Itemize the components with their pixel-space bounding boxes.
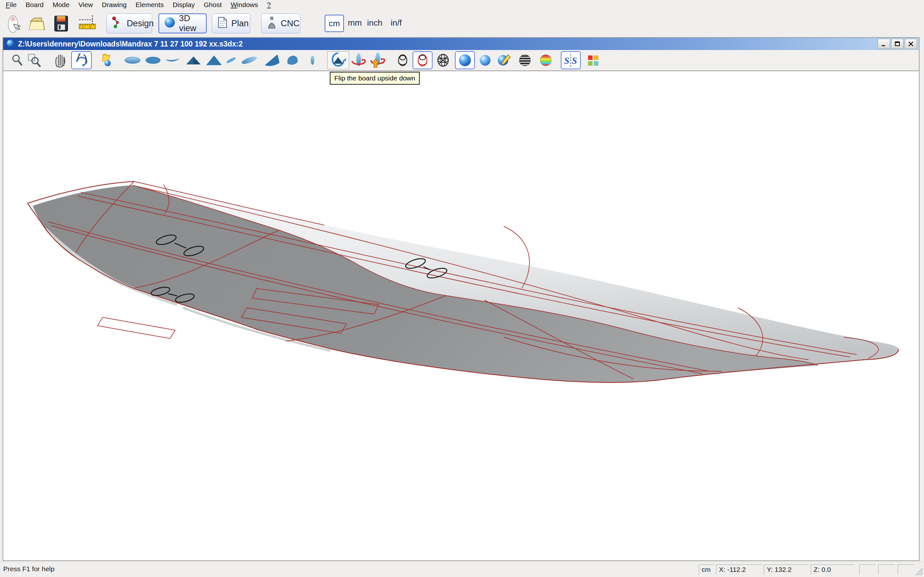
status-empty-panel-2 (878, 564, 895, 575)
menu-ghost[interactable]: Ghost (199, 0, 226, 10)
zebra-stripes-icon[interactable] (517, 51, 533, 69)
view-end-icon[interactable] (307, 51, 318, 69)
design-label: Design (127, 19, 153, 29)
wireframe-mesh-icon[interactable] (435, 51, 452, 69)
design-mode-button[interactable]: Design (107, 13, 152, 33)
rotate-3d-icon[interactable] (71, 51, 92, 69)
pan-hand-icon[interactable] (52, 51, 69, 69)
resize-grip[interactable] (914, 566, 923, 576)
new-board-icon[interactable] (4, 13, 24, 34)
menu-mode[interactable]: Mode (48, 0, 74, 10)
document-titlebar[interactable]: Z:\Users\dennery\Downloads\Mandrax 7 11 … (3, 38, 919, 50)
menu-elements[interactable]: Elements (131, 0, 168, 10)
flip-upside-down-icon[interactable] (327, 51, 349, 69)
view-front-icon[interactable] (204, 51, 224, 69)
zoom-window-icon[interactable] (26, 51, 42, 69)
render-with-curves-icon[interactable] (495, 51, 512, 69)
render-shaded-icon[interactable] (455, 51, 475, 69)
cnc-mode-button[interactable]: CNC (261, 13, 300, 33)
tooltip: Flip the board upside down (330, 72, 420, 85)
surfboard-3d-render (3, 71, 919, 560)
plan-mode-button[interactable]: Plan (212, 13, 250, 33)
view-three-quarter-1-icon[interactable] (225, 51, 237, 69)
curvature-map-icon[interactable] (538, 51, 554, 69)
view-side-icon[interactable] (163, 51, 182, 69)
wireframe-rings-icon[interactable] (395, 51, 410, 69)
minimize-button[interactable] (878, 39, 890, 49)
menu-bar: File Board Mode View Drawing Elements Di… (0, 0, 924, 10)
menu-windows[interactable]: Windows (226, 0, 262, 10)
design-curves-red-icon[interactable] (413, 51, 433, 69)
menu-board[interactable]: Board (21, 0, 48, 10)
status-unit: cm (699, 564, 714, 575)
light-icon[interactable] (98, 51, 115, 69)
status-empty-panel-1 (859, 564, 876, 575)
viewport-3d[interactable] (3, 71, 919, 560)
status-x-coordinate: X: -112.2 (716, 564, 762, 575)
menu-view[interactable]: View (74, 0, 97, 10)
status-empty-panel-3 (898, 564, 914, 575)
close-icon[interactable] (905, 39, 917, 49)
svg-text:1: 1 (82, 26, 84, 29)
zoom-icon[interactable] (10, 51, 24, 69)
svg-text:0: 0 (89, 26, 91, 29)
cnc-tool-icon (265, 16, 278, 31)
menu-drawing[interactable]: Drawing (97, 0, 131, 10)
view-toolbar: S S (3, 50, 919, 71)
measurements-icon[interactable]: 1 0 (77, 13, 97, 34)
status-help-text: Press F1 for help (3, 565, 55, 573)
menu-help[interactable]: ? (262, 0, 275, 10)
document-icon (6, 39, 15, 49)
sphere-3d-icon (163, 16, 176, 31)
svg-text:S: S (572, 55, 577, 66)
menu-display[interactable]: Display (168, 0, 199, 10)
save-icon[interactable] (51, 13, 71, 34)
unit-inch-button[interactable]: inch (366, 15, 384, 32)
view-top-icon[interactable] (144, 51, 162, 69)
unit-mm-button[interactable]: mm (347, 15, 363, 32)
status-z-coordinate: Z: 0.0 (811, 564, 855, 575)
status-y-coordinate: Y: 132.2 (764, 564, 809, 575)
maximize-button[interactable] (891, 39, 903, 49)
design-icon (111, 16, 124, 31)
svg-text:S: S (564, 55, 569, 66)
plan-label: Plan (231, 19, 249, 29)
status-bar: Press F1 for help cm X: -112.2 Y: 132.2 … (0, 562, 924, 577)
unit-cm-button[interactable]: cm (325, 15, 344, 32)
unit-inf-button[interactable]: in/f (388, 15, 405, 32)
view-perspective-icon[interactable] (284, 51, 301, 69)
rotate-yaw-icon[interactable] (350, 51, 368, 69)
document-title: Z:\Users\dennery\Downloads\Mandrax 7 11 … (18, 40, 243, 48)
view-angle-icon[interactable] (262, 51, 283, 69)
rotate-pitch-icon[interactable] (368, 51, 386, 69)
color-palette-icon[interactable] (585, 51, 601, 69)
menu-file[interactable]: File (1, 0, 21, 10)
main-toolbar: 1 0 Design 3D view Plan (0, 10, 924, 37)
cnc-label: CNC (281, 19, 300, 29)
view-front-dark-icon[interactable] (184, 51, 203, 69)
symmetry-icon[interactable]: S S (561, 51, 581, 69)
open-folder-icon[interactable] (26, 13, 47, 34)
plan-document-icon (216, 16, 229, 31)
view-3d-label: 3D view (179, 13, 202, 33)
view-outline-top-icon[interactable] (123, 51, 142, 69)
render-plain-icon[interactable] (477, 51, 493, 69)
document-window: Z:\Users\dennery\Downloads\Mandrax 7 11 … (3, 37, 919, 561)
view-3d-mode-button[interactable]: 3D view (158, 13, 207, 33)
view-three-quarter-2-icon[interactable] (239, 51, 260, 69)
